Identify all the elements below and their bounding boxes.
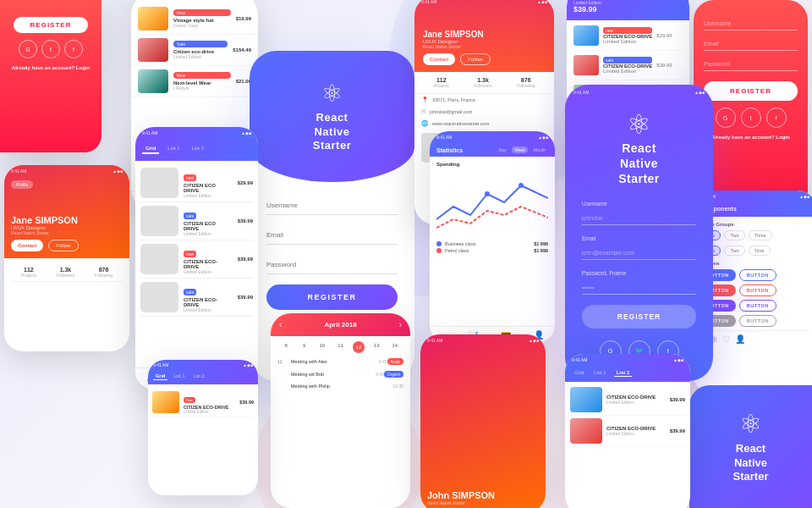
- grid-bot-sub-1: Limited Edition: [606, 400, 666, 405]
- btn-blue-outline[interactable]: BUTTON: [739, 269, 776, 281]
- period-day[interactable]: Day: [496, 146, 508, 153]
- ecom-item-1[interactable]: new CITIZEN ECO-DRIVE Limited Edition $2…: [573, 25, 683, 51]
- cal-next-btn[interactable]: ›: [399, 320, 402, 329]
- radio-time[interactable]: Time: [749, 246, 771, 256]
- user-icon-comp[interactable]: 👤: [735, 334, 745, 344]
- logo-text-purple: ReactNativeStarter: [618, 141, 660, 187]
- period-week[interactable]: Week: [512, 146, 528, 153]
- email-input-red[interactable]: [704, 37, 798, 51]
- register-btn-purple[interactable]: REGISTER: [582, 305, 696, 329]
- grid-badge-1: new: [184, 174, 196, 181]
- twitter-btn-sm[interactable]: t: [41, 40, 60, 58]
- contact-btn-top[interactable]: Contact: [423, 53, 455, 65]
- period-row: Day Week Month: [496, 146, 548, 153]
- status-bar-grid-bot: 9:41 AM▲◆■: [565, 354, 690, 366]
- cal-day-14[interactable]: 14: [387, 341, 403, 353]
- btn-red-outline[interactable]: BUTTON: [739, 284, 776, 296]
- twitter-btn-red[interactable]: t: [741, 108, 761, 128]
- grid-bot-item-1[interactable]: CITIZEN ECO-DRIVE Limited Edition $39.99: [570, 384, 685, 416]
- grid-item-1[interactable]: new CITIZEN ECO DRIVE Limited Edition $2…: [140, 164, 253, 202]
- follow-btn-mid[interactable]: Follow: [48, 240, 78, 251]
- grid-item-3[interactable]: new CITIZEN ECO-DRIVE Limited Edition $3…: [140, 240, 253, 279]
- profile-name-mid: Jane SIMPSON: [11, 215, 123, 225]
- grid-item-4[interactable]: sale CITIZEN ECO-DRIVE Limited Edition $…: [140, 279, 253, 317]
- legend-val-2: $1 996: [534, 248, 548, 253]
- phone-profile-bottom: 9:41 AM▲◆■ John SIMPSON React Native Sta…: [420, 334, 546, 508]
- ecom-price-1: $29.99: [656, 33, 672, 38]
- shop-bot-tab-list1[interactable]: List 1: [171, 373, 187, 380]
- grid-item-2[interactable]: sale CITIZEN ECO DRIVE Limited Edition $…: [140, 202, 253, 240]
- radio-two[interactable]: Two: [724, 230, 744, 240]
- shop-bot-tab-list2[interactable]: List 2: [190, 373, 206, 380]
- grid-bot-tab-list2[interactable]: List 2: [614, 369, 633, 377]
- shop-item-1[interactable]: New Vintage style hat Classic Caps $19.9…: [131, 3, 258, 35]
- grid-header: Grid List 1 List 2: [135, 139, 258, 161]
- password-input-purple[interactable]: [582, 281, 696, 295]
- shop-bot-tab-grid[interactable]: Grid: [153, 373, 167, 380]
- login-form-purple: Username Email Password, Fname REGISTER …: [565, 201, 713, 377]
- email-input-purple[interactable]: [582, 246, 696, 260]
- grid-name-1: CITIZEN ECO DRIVE: [184, 183, 233, 193]
- facebook-btn-sm[interactable]: f: [64, 40, 83, 58]
- password-input-main[interactable]: [266, 256, 398, 274]
- password-label-purple: Password, Fname: [582, 270, 696, 276]
- item-image-1: [138, 7, 168, 30]
- profile-app-top: React Native Starter: [423, 44, 484, 49]
- grid-price-3: $39.99: [238, 257, 253, 262]
- register-btn-red[interactable]: REGISTER: [704, 81, 798, 101]
- radio-two2[interactable]: Two: [724, 246, 744, 256]
- shop-item-2[interactable]: Sale Citizen eco-drive Limited Edition $…: [131, 35, 258, 66]
- cal-day-12[interactable]: 12: [353, 341, 365, 353]
- grid-tab-list1[interactable]: List 1: [164, 144, 183, 154]
- cal-day-10[interactable]: 10: [314, 341, 331, 353]
- username-input-red[interactable]: [704, 17, 798, 30]
- cal-day-9[interactable]: 9: [295, 341, 312, 353]
- legend-item-1: Business class $1 996: [436, 241, 548, 246]
- shop-bot-item-1[interactable]: New CITIZEN ECO-DRIVE Limited Edition $3…: [152, 387, 254, 417]
- grid-bot-tab-grid[interactable]: Grid: [572, 369, 586, 377]
- status-bar-login-purple: 9:41 AM▲◆■: [565, 85, 713, 100]
- heart-icon-comp[interactable]: ♡: [722, 334, 730, 344]
- grid-name-3: CITIZEN ECO-DRIVE: [184, 259, 233, 269]
- follow-btn-top[interactable]: Follow: [460, 53, 490, 65]
- period-month[interactable]: Month: [531, 146, 548, 153]
- ecom-info-2: sale CITIZEN ECO-DRIVE Limited Edition: [603, 57, 652, 74]
- grid-tab-grid[interactable]: Grid: [142, 144, 159, 154]
- phone-shopping-bottom: 9:41 AM▲◆■ Grid List 1 List 2 New CITIZE…: [148, 360, 258, 495]
- cal-prev-btn[interactable]: ‹: [279, 320, 282, 329]
- cal-day-8[interactable]: 8: [277, 341, 294, 353]
- grid-bot-tab-list1[interactable]: List 1: [591, 369, 608, 377]
- email-icon: ✉: [421, 108, 426, 115]
- phone-profile-mid: 9:41 AM▲◆■ Profile Jane SIMPSON UI/UX De…: [4, 165, 129, 351]
- cal-day-11[interactable]: 11: [332, 341, 348, 353]
- register-button-main[interactable]: REGISTER: [266, 284, 398, 310]
- phone-logo-br: ⚛ ReactNativeStarter: [689, 385, 812, 508]
- email-input-main[interactable]: [266, 226, 398, 245]
- ecom-item-2[interactable]: sale CITIZEN ECO-DRIVE Limited Edition $…: [573, 55, 683, 80]
- chart-svg: [436, 168, 548, 232]
- already-text-sm: Already have an account? Login: [12, 65, 90, 70]
- tab-profile-mid[interactable]: Profile: [11, 180, 33, 189]
- btn-gray-outline[interactable]: BUTTON: [739, 315, 776, 327]
- google-btn-sm[interactable]: G: [19, 40, 37, 58]
- grid-bot-item-2[interactable]: CITIZEN ECO-DRIVE Limited Edition $39.99: [570, 416, 685, 447]
- username-input-purple[interactable]: [582, 212, 696, 225]
- register-button-sm[interactable]: REGISTER: [14, 17, 89, 33]
- contact-btn-mid[interactable]: Contact: [11, 240, 43, 251]
- google-btn-red[interactable]: G: [716, 108, 736, 128]
- password-input-red[interactable]: [704, 58, 798, 71]
- location-text: 33571, Paris, France: [432, 97, 475, 102]
- btn-purple-outline[interactable]: BUTTON: [739, 300, 776, 312]
- radio-three[interactable]: Three: [749, 230, 772, 240]
- react-logo-icon-br: ⚛: [739, 409, 762, 439]
- username-input-main[interactable]: [266, 196, 398, 215]
- facebook-btn-red[interactable]: f: [766, 108, 787, 128]
- grid-tab-list2[interactable]: List 2: [189, 144, 207, 154]
- shop-bot-info-1: New CITIZEN ECO-DRIVE Limited Edition: [184, 389, 235, 414]
- phone-login-purple: 9:41 AM▲◆■ ⚛ ReactNativeStarter Username…: [565, 85, 713, 381]
- cal-day-13[interactable]: 13: [368, 341, 385, 353]
- location-icon: 📍: [421, 97, 429, 103]
- shop-item-3[interactable]: New Next-level Wear Lifestyle $21.00: [131, 66, 258, 97]
- stat-projects-top: 112 Projects: [434, 77, 449, 88]
- grid-bot-sub-2: Limited Edition: [606, 431, 666, 436]
